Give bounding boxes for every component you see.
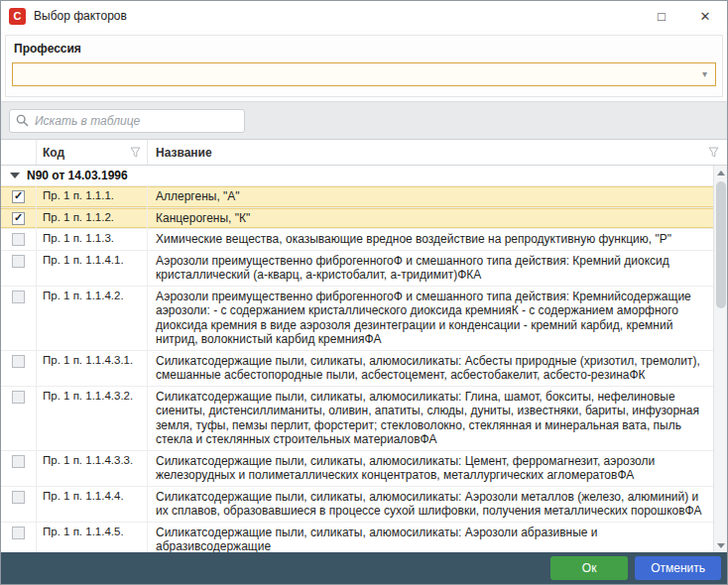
row-checkbox[interactable] [12,233,25,246]
row-checkbox-cell [1,487,37,522]
row-code: Пр. 1 п. 1.1.4.3.1. [37,351,148,386]
search-box[interactable] [9,109,245,133]
table-row[interactable]: Пр. 1 п. 1.1.1. Аллергены, "А" [1,186,713,208]
search-input[interactable] [35,114,238,128]
row-code: Пр. 1 п. 1.1.4.5. [37,523,148,553]
row-checkbox[interactable] [12,190,25,203]
row-checkbox-cell [1,523,37,553]
row-code: Пр. 1 п. 1.1.4.3.2. [37,387,148,450]
search-panel [1,102,727,140]
row-code: Пр. 1 п. 1.1.2. [37,208,148,229]
window-title: Выбор факторов [34,9,127,23]
row-checkbox-cell [1,229,37,250]
dialog-window: С Выбор факторов □ ✕ Профессия ▾ [0,0,728,585]
row-checkbox-cell [1,451,37,486]
row-code: Пр. 1 п. 1.1.4.1. [37,251,148,286]
row-name: Силикатсодержащие пыли, силикаты, алюмос… [148,523,713,553]
row-code: Пр. 1 п. 1.1.4.4. [37,487,148,522]
table-row[interactable]: Пр. 1 п. 1.1.4.2. Аэрозоли преимуществен… [1,287,713,351]
table-row[interactable]: Пр. 1 п. 1.1.4.3.2. Силикатсодержащие пы… [1,387,713,451]
collapse-triangle-icon[interactable] [10,173,20,178]
row-code: Пр. 1 п. 1.1.1. [37,186,148,207]
code-column-label: Код [43,146,64,160]
table-row[interactable]: Пр. 1 п. 1.1.4.1. Аэрозоли преимуществен… [1,251,713,287]
row-checkbox[interactable] [12,491,25,504]
window-controls: □ ✕ [640,1,727,31]
row-checkbox[interactable] [12,255,25,268]
title-bar: С Выбор факторов □ ✕ [1,1,727,31]
row-checkbox[interactable] [12,526,25,539]
name-column-header[interactable]: Название [148,140,727,165]
row-checkbox-cell [1,186,37,207]
table-header: Код Название [1,140,727,166]
row-name: Силикатсодержащие пыли, силикаты, алюмос… [148,487,713,522]
name-column-label: Название [156,146,212,160]
row-code: Пр. 1 п. 1.1.4.3.3. [37,451,148,486]
profession-groupbox: Профессия ▾ [5,35,723,97]
chevron-down-icon[interactable]: ▾ [702,69,707,79]
row-checkbox[interactable] [12,391,25,404]
maximize-button[interactable]: □ [640,1,683,31]
ok-button[interactable]: Ок [550,556,628,580]
table-row[interactable]: Пр. 1 п. 1.1.4.5. Силикатсодержащие пыли… [1,523,713,553]
group-row[interactable]: N90 от 14.03.1996 [1,166,713,186]
row-name: Химические вещества, оказывающие вредное… [148,229,713,250]
row-name: Силикатсодержащие пыли, силикаты, алюмос… [148,351,713,386]
scroll-down-button[interactable] [714,538,727,552]
table-row[interactable]: Пр. 1 п. 1.1.4.3.3. Силикатсодержащие пы… [1,451,713,487]
row-checkbox[interactable] [12,291,25,303]
scrollbar-thumb[interactable] [716,181,726,308]
row-name: Аэрозоли преимущественно фиброгенногоФ и… [148,251,713,286]
table-row[interactable]: Пр. 1 п. 1.1.4.3.1. Силикатсодержащие пы… [1,351,713,387]
row-checkbox-cell [1,287,37,350]
row-name: Аллергены, "А" [148,186,713,207]
filter-icon[interactable] [130,147,141,158]
profession-label: Профессия [14,42,716,56]
filter-icon[interactable] [708,147,719,158]
row-name: Силикатсодержащие пыли, силикаты, алюмос… [148,451,713,486]
row-checkbox-cell [1,351,37,386]
row-checkbox-cell [1,387,37,450]
row-checkbox-cell [1,251,37,286]
row-checkbox[interactable] [12,455,25,468]
profession-section: Профессия ▾ [1,31,727,102]
arrow-up-icon [717,171,725,176]
row-name: Силикатсодержащие пыли, силикаты, алюмос… [148,387,713,450]
table-body-wrap: N90 от 14.03.1996 Пр. 1 п. 1.1.1. Аллерг… [1,166,727,552]
vertical-scrollbar[interactable] [713,166,727,552]
table-row[interactable]: Пр. 1 п. 1.1.4.4. Силикатсодержащие пыли… [1,487,713,523]
table-body: N90 от 14.03.1996 Пр. 1 п. 1.1.1. Аллерг… [1,166,713,552]
arrow-down-icon [717,543,725,548]
table-row[interactable]: Пр. 1 п. 1.1.3. Химические вещества, ока… [1,229,713,251]
profession-combobox[interactable]: ▾ [12,62,716,86]
group-label: N90 от 14.03.1996 [27,169,128,182]
row-code: Пр. 1 п. 1.1.4.2. [37,287,148,350]
table-row[interactable]: Пр. 1 п. 1.1.2. Канцерогены, "К" [1,208,713,230]
app-logo-icon: С [9,8,26,25]
row-checkbox[interactable] [12,212,25,225]
search-icon [16,114,29,127]
footer-bar: Ок Отменить [1,552,727,584]
row-checkbox-cell [1,208,37,229]
close-button[interactable]: ✕ [683,1,727,31]
checkbox-column-header [1,140,37,165]
code-column-header[interactable]: Код [37,140,148,165]
cancel-button[interactable]: Отменить [635,556,721,580]
row-name: Канцерогены, "К" [148,208,713,229]
factors-table: Код Название N90 от 14.03.1996 [1,140,727,552]
row-name: Аэрозоли преимущественно фиброгенногоФ и… [148,287,713,350]
scroll-up-button[interactable] [714,166,727,179]
row-checkbox[interactable] [12,355,25,368]
row-code: Пр. 1 п. 1.1.3. [37,229,148,250]
